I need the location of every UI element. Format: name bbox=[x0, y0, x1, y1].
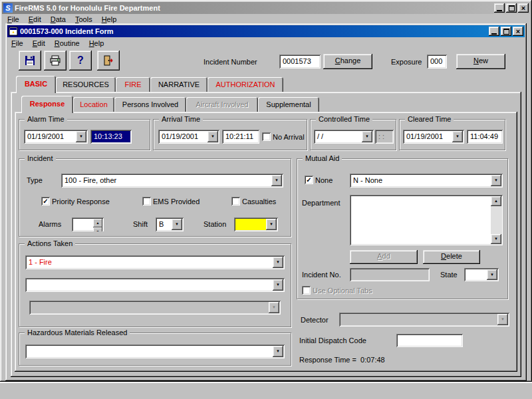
controlled-date-combo[interactable]: / / ▼ bbox=[314, 130, 374, 144]
spin-down-icon[interactable]: ▼ bbox=[93, 227, 102, 231]
subtab-location[interactable]: Location bbox=[73, 97, 114, 112]
ems-provided-checkbox[interactable] bbox=[142, 197, 151, 205]
subtab-supplemental[interactable]: Supplemental bbox=[258, 97, 319, 112]
alarm-time-field[interactable]: 10:13:23 bbox=[90, 130, 132, 144]
exposure-field[interactable]: 000 bbox=[427, 55, 447, 68]
shift-value: B bbox=[159, 220, 164, 228]
dropdown-arrow-icon[interactable]: ▼ bbox=[266, 219, 277, 230]
app-menu-help[interactable]: Help bbox=[97, 15, 122, 24]
dropdown-arrow-icon[interactable]: ▼ bbox=[271, 175, 282, 186]
exit-button[interactable] bbox=[97, 51, 120, 70]
window-minimize-button[interactable] bbox=[489, 27, 499, 36]
alarm-date-combo[interactable]: 01/19/2001 ▼ bbox=[24, 130, 88, 144]
no-arrival-checkbox[interactable] bbox=[262, 132, 271, 141]
tab-authorization[interactable]: AUTHORIZATION bbox=[207, 77, 283, 92]
mutual-aid-group-label: Mutual Aid bbox=[303, 154, 342, 163]
cleared-date-combo[interactable]: 01/19/2001 ▼ bbox=[403, 130, 464, 144]
dropdown-arrow-icon[interactable]: ▼ bbox=[273, 257, 283, 268]
department-scrollbar[interactable]: ▲ ▼ bbox=[491, 196, 501, 244]
alarms-spinner[interactable]: ▲▼ bbox=[72, 217, 104, 231]
help-icon: ? bbox=[77, 55, 84, 66]
incident-group-label: Incident bbox=[25, 154, 56, 163]
tab-fire[interactable]: FIRE bbox=[116, 77, 150, 92]
dropdown-arrow-icon[interactable]: ▼ bbox=[273, 279, 283, 291]
dropdown-arrow-icon[interactable]: ▼ bbox=[491, 175, 501, 186]
tab-basic[interactable]: BASIC bbox=[16, 76, 56, 93]
shift-label: Shift bbox=[133, 220, 148, 228]
app-minimize-button[interactable] bbox=[494, 3, 505, 13]
department-listbox[interactable]: ▲ ▼ bbox=[350, 195, 503, 245]
casualties-checkbox[interactable] bbox=[231, 197, 240, 205]
action-2-combo[interactable]: ▼ bbox=[25, 278, 285, 292]
cleared-date-value: 01/19/2001 bbox=[406, 132, 443, 140]
priority-response-checkbox[interactable]: ✓ bbox=[41, 197, 50, 205]
print-button[interactable] bbox=[44, 51, 66, 70]
menu-routine[interactable]: Routine bbox=[50, 39, 84, 48]
initial-dispatch-label: Initial Dispatch Code bbox=[299, 336, 366, 344]
station-label: Station bbox=[203, 220, 226, 228]
incident-type-combo[interactable]: 100 - Fire, other ▼ bbox=[61, 174, 283, 188]
shift-combo[interactable]: B ▼ bbox=[156, 217, 184, 231]
help-button[interactable]: ? bbox=[69, 51, 92, 70]
station-combo[interactable]: ▼ bbox=[234, 217, 278, 231]
mutual-aid-none-checkbox[interactable]: ✓ bbox=[305, 176, 313, 184]
subtab-aircraft-involved: Aircraft Involved bbox=[186, 97, 258, 112]
actions-taken-group-label: Actions Taken bbox=[25, 239, 75, 248]
app-maximize-button[interactable] bbox=[506, 3, 517, 13]
app-menu-file[interactable]: File bbox=[3, 15, 24, 24]
hazmat-combo[interactable]: ▼ bbox=[25, 344, 285, 358]
controlled-date-value: / / bbox=[317, 132, 323, 140]
window-maximize-button[interactable] bbox=[501, 27, 511, 36]
dropdown-arrow-icon[interactable]: ▼ bbox=[452, 131, 463, 142]
subtab-response[interactable]: Response bbox=[21, 96, 73, 113]
use-optional-tabs-checkbox bbox=[302, 286, 311, 295]
menu-edit[interactable]: Edit bbox=[28, 39, 50, 48]
incident-window-titlebar[interactable]: 0001573-000 Incident Form × bbox=[7, 25, 525, 37]
save-button[interactable] bbox=[19, 51, 41, 70]
dropdown-arrow-icon[interactable]: ▼ bbox=[487, 269, 497, 280]
arrival-time-field[interactable]: 10:21:11 bbox=[222, 130, 259, 144]
app-menu-tools[interactable]: Tools bbox=[70, 15, 97, 24]
arrival-date-value: 01/19/2001 bbox=[162, 132, 198, 140]
incident-number-label: Incident Number bbox=[203, 58, 257, 66]
scroll-up-icon[interactable]: ▲ bbox=[491, 196, 501, 206]
delete-button[interactable]: Delete bbox=[423, 250, 480, 264]
type-label: Type bbox=[27, 176, 43, 184]
firerms-logo-icon: S bbox=[3, 3, 13, 13]
hazmat-group-label: Hazardous Materials Released bbox=[25, 329, 130, 337]
dropdown-arrow-icon[interactable]: ▼ bbox=[207, 131, 218, 142]
new-button[interactable]: New bbox=[456, 54, 505, 69]
state-label: State bbox=[440, 271, 458, 279]
initial-dispatch-field[interactable] bbox=[396, 334, 463, 347]
dropdown-arrow-icon[interactable]: ▼ bbox=[76, 131, 86, 142]
cleared-time-field[interactable]: 11:04:49 bbox=[467, 130, 503, 144]
mutual-incident-no-field bbox=[350, 268, 430, 281]
app-menu-edit[interactable]: Edit bbox=[24, 15, 46, 24]
dropdown-arrow-icon[interactable]: ▼ bbox=[172, 219, 182, 230]
exposure-label: Exposure bbox=[391, 58, 422, 66]
tab-resources[interactable]: RESOURCES bbox=[56, 77, 116, 92]
app-titlebar[interactable]: S FireRMS 5.0 for Honolulu Fire Departme… bbox=[2, 2, 530, 14]
ems-provided-label: EMS Provided bbox=[153, 198, 200, 205]
dropdown-arrow-icon[interactable]: ▼ bbox=[273, 346, 283, 357]
state-combo[interactable]: ▼ bbox=[464, 268, 499, 281]
scroll-down-icon[interactable]: ▼ bbox=[491, 234, 501, 244]
action-3-combo: ▼ bbox=[29, 301, 281, 315]
tab-narrative[interactable]: NARRATIVE bbox=[150, 77, 207, 92]
dropdown-arrow-icon[interactable]: ▼ bbox=[362, 131, 372, 142]
menu-help[interactable]: Help bbox=[84, 39, 109, 48]
spin-up-icon[interactable]: ▲ bbox=[93, 219, 102, 227]
mutual-aid-combo[interactable]: N - None ▼ bbox=[350, 174, 503, 188]
dropdown-arrow-icon: ▼ bbox=[497, 314, 508, 325]
app-close-button[interactable]: × bbox=[518, 3, 529, 13]
action-1-combo[interactable]: 1 - Fire ▼ bbox=[25, 255, 285, 269]
subtab-persons-involved[interactable]: Persons Involved bbox=[114, 97, 186, 112]
app-menu-data[interactable]: Data bbox=[46, 15, 70, 24]
window-close-button[interactable]: × bbox=[513, 27, 523, 36]
incident-window-title: 0001573-000 Incident Form bbox=[20, 27, 487, 35]
menu-file[interactable]: File bbox=[7, 39, 28, 48]
change-button[interactable]: Change bbox=[323, 54, 372, 69]
arrival-date-combo[interactable]: 01/19/2001 ▼ bbox=[158, 130, 219, 144]
action-1-value: 1 - Fire bbox=[29, 258, 52, 266]
incident-number-field[interactable]: 0001573 bbox=[279, 55, 321, 68]
